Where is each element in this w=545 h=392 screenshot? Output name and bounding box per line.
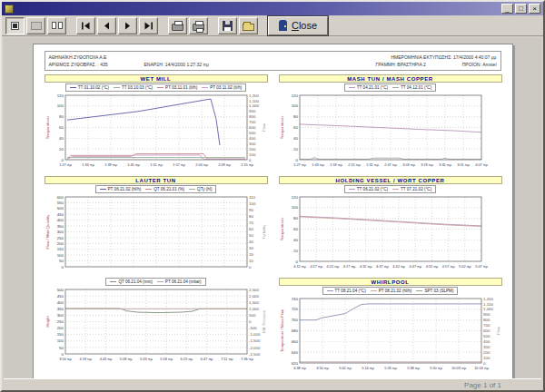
- svg-text:4:27 πμ: 4:27 πμ: [342, 264, 355, 269]
- svg-text:10:03 πμ: 10:03 πμ: [451, 366, 466, 370]
- report-page: ΑΘΗΝΑΪΚΗ ΖΥΘΟΠΟΙΙΑ Α.Ε ΗΜΕΡΟΜΗΝΙΑ ΕΚΤΥΠΩ…: [33, 44, 513, 378]
- svg-text:2:47 πμ: 2:47 πμ: [384, 162, 397, 167]
- svg-text:Temperatures: Temperatures: [279, 218, 283, 241]
- svg-text:120: 120: [56, 93, 64, 98]
- svg-text:60: 60: [293, 227, 298, 231]
- svg-text:1,000: 1,000: [249, 307, 260, 311]
- charts-grid: WET MILL TT 01.10.02 (°C)TT 03.10.03 (°C…: [45, 74, 501, 376]
- print-date: ΗΜΕΡΟΜΗΝΙΑ ΕΚΤΥΠΩΣΗΣ: 17/4/2000 4:40:07 …: [391, 54, 496, 61]
- status-bar: Page 1 of 1: [4, 378, 541, 390]
- svg-text:300: 300: [249, 142, 256, 146]
- minimize-button[interactable]: _: [501, 4, 513, 14]
- svg-text:500: 500: [249, 313, 256, 318]
- svg-text:1:59 πμ: 1:59 πμ: [330, 162, 342, 167]
- start-time: ΕΝΑΡΞΗ: 14/4/2000 1:27:32 πμ: [144, 61, 376, 68]
- svg-text:1:27 πμ: 1:27 πμ: [59, 162, 72, 167]
- svg-text:680: 680: [291, 328, 298, 333]
- svg-text:5:02 πμ: 5:02 πμ: [339, 366, 352, 370]
- chart-panel-holding-vessel: HOLDING VESSEL / WORT COPPER TT 06.21.02…: [279, 176, 502, 274]
- svg-text:740: 740: [291, 297, 298, 301]
- svg-text:660: 660: [291, 339, 298, 344]
- svg-text:900: 900: [249, 109, 256, 113]
- svg-text:20: 20: [249, 252, 253, 257]
- svg-text:5:02 πμ: 5:02 πμ: [459, 264, 471, 269]
- print-setup-button[interactable]: [189, 17, 208, 34]
- svg-text:0: 0: [61, 265, 64, 270]
- svg-text:450: 450: [56, 212, 64, 217]
- svg-text:0: 0: [249, 319, 252, 324]
- legend-item: TT 06.21.02 (°C): [349, 187, 388, 191]
- zoom-multipage-button[interactable]: [47, 17, 66, 34]
- svg-text:4:17 πμ: 4:17 πμ: [310, 264, 322, 269]
- svg-text:Flow: Flow: [262, 122, 266, 132]
- svg-text:120: 120: [291, 93, 298, 98]
- save-button[interactable]: [218, 17, 237, 34]
- svg-text:100: 100: [291, 205, 298, 210]
- chart-title: MASH TUN / MASH COPPER: [279, 74, 502, 83]
- open-button[interactable]: [239, 17, 258, 34]
- svg-text:5:50 πμ: 5:50 πμ: [430, 366, 442, 370]
- svg-text:800: 800: [249, 114, 256, 119]
- legend-item: PT 06.21.04 (mbar): [157, 279, 202, 284]
- svg-text:1,500: 1,500: [249, 300, 260, 305]
- svg-text:600: 600: [56, 195, 64, 200]
- exit-door-icon: [279, 20, 287, 31]
- svg-text:3:35 πμ: 3:35 πμ: [439, 162, 451, 167]
- zoom-single-page-button[interactable]: [5, 17, 25, 34]
- svg-text:300: 300: [483, 345, 490, 349]
- close-window-button[interactable]: ×: [529, 4, 540, 14]
- svg-text:2:09 πμ: 2:09 πμ: [218, 162, 231, 167]
- svg-text:700: 700: [483, 323, 490, 328]
- svg-text:40: 40: [249, 240, 253, 244]
- svg-text:700: 700: [291, 318, 298, 322]
- save-floppy-icon: [223, 21, 233, 31]
- svg-text:300: 300: [56, 230, 64, 234]
- svg-text:200: 200: [56, 241, 64, 246]
- print-button[interactable]: [168, 17, 187, 34]
- chart-legend: QT 06.21.04 (mm)PT 06.21.04 (mbar): [105, 278, 205, 286]
- close-button[interactable]: Close: [268, 16, 328, 35]
- svg-text:4:12 πμ: 4:12 πμ: [293, 264, 306, 269]
- svg-text:6:47 πμ: 6:47 πμ: [200, 357, 213, 361]
- chart-panel-lauter-detail: QT 06.21.04 (mm)PT 06.21.04 (mbar) 05010…: [45, 278, 268, 376]
- prev-page-button[interactable]: [97, 17, 116, 34]
- chart-legend: TT 08.21.04 (°C)PT 08.21.02 (hl/h)SPT 03…: [322, 287, 459, 295]
- svg-text:4:50 πμ: 4:50 πμ: [316, 366, 329, 370]
- svg-text:4:32 πμ: 4:32 πμ: [359, 264, 372, 269]
- last-page-button[interactable]: [139, 17, 158, 34]
- svg-text:1:45 πμ: 1:45 πμ: [127, 162, 140, 167]
- svg-text:4:47 πμ: 4:47 πμ: [409, 264, 421, 269]
- legend-item: TT 07.21.02 (°C): [392, 187, 431, 191]
- svg-text:5:14 πμ: 5:14 πμ: [362, 366, 374, 370]
- chart-legend: TT 06.21.02 (°C)TT 07.21.02 (°C): [344, 185, 436, 193]
- svg-text:-1,500: -1,500: [249, 338, 261, 343]
- application-window: _ □ ×: [0, 0, 545, 392]
- svg-text:4:22 πμ: 4:22 πμ: [326, 264, 339, 269]
- legend-item: SPT 03 (SLPM): [416, 289, 453, 293]
- svg-text:-2,000: -2,000: [249, 346, 261, 350]
- svg-text:3:54 πμ: 3:54 πμ: [59, 357, 72, 361]
- svg-text:200: 200: [56, 326, 64, 330]
- svg-text:30: 30: [249, 246, 253, 250]
- svg-text:350: 350: [56, 307, 64, 311]
- svg-text:4:38 πμ: 4:38 πμ: [293, 366, 306, 370]
- chart-title: HOLDING VESSEL / WORT COPPER: [279, 176, 502, 184]
- svg-text:250: 250: [56, 236, 64, 240]
- svg-text:1:43 πμ: 1:43 πμ: [312, 162, 324, 167]
- legend-item: QTy (hl): [189, 187, 212, 191]
- svg-text:100: 100: [291, 103, 298, 108]
- first-page-button[interactable]: [76, 17, 95, 34]
- svg-text:120: 120: [291, 195, 298, 200]
- next-page-button[interactable]: [118, 17, 137, 34]
- svg-text:Height: Height: [45, 316, 49, 328]
- svg-text:2:03 πμ: 2:03 πμ: [195, 162, 208, 167]
- svg-text:250: 250: [56, 319, 64, 324]
- title-bar[interactable]: _ □ ×: [2, 2, 543, 15]
- svg-text:450: 450: [56, 294, 64, 299]
- restore-button[interactable]: □: [515, 4, 527, 14]
- chart-plot: 0204060801001201:27 πμ1:43 πμ1:59 πμ2:15…: [279, 93, 502, 169]
- zoom-fit-width-button[interactable]: [26, 17, 45, 34]
- legend-item: QT 06.21.04 (mm): [110, 279, 152, 284]
- print-preview-area[interactable]: ΑΘΗΝΑΪΚΗ ΖΥΘΟΠΟΙΙΑ Α.Ε ΗΜΕΡΟΜΗΝΙΑ ΕΚΤΥΠΩ…: [4, 38, 541, 378]
- legend-item: TT 08.21.04 (°C): [327, 289, 366, 293]
